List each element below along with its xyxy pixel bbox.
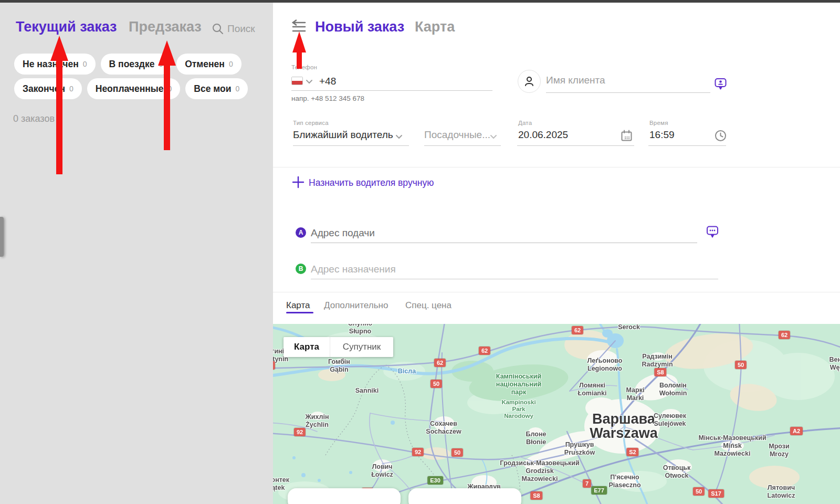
map-type-map-button[interactable]: Карта (284, 337, 330, 357)
subtab-special-price[interactable]: Спец. цена (405, 300, 452, 311)
orders-sidebar: Текущий заказ Предзаказ Поиск Не назначе… (0, 3, 273, 504)
map-label: П'ясечноPiaseczno (608, 474, 640, 489)
assign-driver-manually-link[interactable]: Назначить водителя вручную (309, 177, 434, 188)
tab-current-order[interactable]: Текущий заказ (16, 19, 117, 35)
tab-new-order[interactable]: Новый заказ (315, 19, 404, 35)
road-badge: 50 (273, 361, 275, 370)
calendar-icon[interactable] (621, 130, 633, 142)
time-label: Время (649, 120, 668, 126)
client-avatar[interactable] (518, 70, 541, 93)
road-badge: 62 (779, 331, 790, 339)
map-label: П'йонтекPiątek (273, 476, 289, 492)
map-label: СулеювекSulejówek (654, 412, 686, 428)
road-badge: S8 (530, 491, 542, 500)
phone-input[interactable]: +48 (319, 76, 336, 87)
destination-address-badge: B (296, 264, 306, 274)
date-underline (517, 145, 634, 146)
pickup-address-badge: A (296, 227, 306, 238)
tab-pre-order[interactable]: Предзаказ (129, 19, 202, 35)
map-label: МрозиMrozy (769, 443, 789, 458)
road-badge: 50 (430, 380, 442, 388)
clock-icon[interactable] (715, 130, 727, 142)
map-label: ГомбінGąbin (328, 358, 350, 374)
date-input[interactable]: 20.06.2025 (518, 129, 568, 141)
subtab-active-underline (286, 312, 313, 313)
map-label: Sanniki (355, 387, 379, 395)
subtab-additional[interactable]: Дополнительно (324, 300, 388, 311)
annotation-arrow-current-order (50, 36, 69, 175)
plus-icon (292, 176, 304, 188)
date-label: Дата (518, 120, 532, 126)
filter-chip[interactable]: Закончен0 (14, 78, 82, 99)
destination-underline (311, 279, 718, 279)
client-name-underline (546, 92, 710, 93)
chevron-down-icon[interactable] (306, 79, 313, 85)
filter-chip[interactable]: Все мои0 (185, 78, 248, 99)
destination-address-input[interactable]: Адрес назначения (311, 264, 396, 275)
time-input[interactable]: 16:59 (649, 129, 675, 141)
road-badge: 62 (434, 359, 446, 367)
chevron-down-icon[interactable] (490, 134, 497, 140)
road-badge: 92 (294, 428, 306, 436)
pickup-address-input[interactable]: Адрес подачи (311, 227, 375, 239)
section-divider (273, 167, 840, 167)
map-label: СлупноSłupno (348, 324, 373, 335)
road-badge: E30 (427, 476, 443, 485)
road-badge: 92 (412, 448, 424, 456)
road-badge: 50 (735, 361, 747, 369)
map-type-satellite-button[interactable]: Супутник (330, 337, 393, 357)
service-underline (293, 145, 409, 146)
map-type-control: Карта Супутник (284, 337, 393, 357)
map-label: МаркіMarki (626, 386, 645, 402)
road-badge: 7 (583, 479, 591, 488)
service-type-label: Тип сервиса (293, 120, 329, 126)
map-label: Вісла (398, 368, 416, 375)
section-divider (273, 292, 840, 292)
poland-flag-icon[interactable] (291, 77, 303, 85)
map-label: РадзимінRadzymin (642, 353, 673, 369)
filter-chip[interactable]: Отменен0 (176, 54, 242, 75)
search-icon (212, 23, 224, 35)
time-underline (648, 145, 726, 146)
annotation-arrow-collapse-menu (292, 32, 307, 69)
road-badge: 50 (693, 487, 705, 496)
road-badge: 62 (479, 346, 490, 355)
map-label: Гродзиськ-МазовецькийGrodziskMazowiecki (500, 459, 579, 483)
map-label: ОтвоцькOtwock (663, 464, 691, 480)
map-label: Кампіноськийнаціональнийпарк (496, 373, 541, 396)
map-label: СерокSerock (618, 324, 640, 331)
map-label: БлонеBłonie (526, 430, 547, 446)
client-name-input[interactable]: Имя клиента (546, 75, 605, 86)
map-label: KampinoskiParkNarodowy (501, 399, 536, 419)
map-label: ЛятовичLatowicz (768, 484, 795, 500)
map-bottom-card[interactable] (408, 488, 521, 504)
road-badge: S2 (626, 448, 638, 456)
road-badge: A2 (790, 427, 803, 435)
seats-select[interactable]: Посадочные... (424, 129, 490, 141)
chevron-down-icon[interactable] (395, 134, 403, 140)
map-label: ВаршаваWarszawa (590, 412, 658, 440)
orders-search-input[interactable]: Поиск (212, 23, 255, 35)
drawer-handle[interactable] (0, 217, 4, 257)
address-comment-icon[interactable] (706, 225, 719, 239)
subtab-map[interactable]: Карта (286, 300, 310, 311)
search-placeholder: Поиск (227, 23, 255, 35)
map-label: ЛеґьоновоLegionowo (587, 357, 623, 373)
tab-map[interactable]: Карта (415, 19, 455, 35)
map-bottom-card[interactable] (288, 488, 401, 504)
phone-hint: напр. +48 512 345 678 (291, 94, 364, 102)
app-window: Текущий заказ Предзаказ Поиск Не назначе… (0, 0, 840, 504)
service-type-select[interactable]: Ближайший водитель (293, 129, 393, 141)
road-badge: S17 (708, 489, 724, 498)
person-icon (523, 75, 536, 88)
annotation-arrow-pre-order (158, 40, 177, 151)
client-contacts-icon[interactable] (714, 77, 727, 90)
map-label: ВоломінWołomin (659, 382, 687, 397)
phone-underline (291, 90, 492, 91)
map-label: Мінськ-МазовецькийMińskMazowiecki (698, 434, 766, 458)
map-label: ВенгрувWęgrów (830, 356, 840, 372)
pickup-underline (311, 243, 697, 243)
map-label: СохачевSochaczew (426, 420, 461, 436)
map-canvas[interactable]: СлупноSłupnoСерокSerockГостинінGostyninГ… (273, 324, 840, 504)
map-label: ЛовичŁowicz (371, 463, 393, 479)
